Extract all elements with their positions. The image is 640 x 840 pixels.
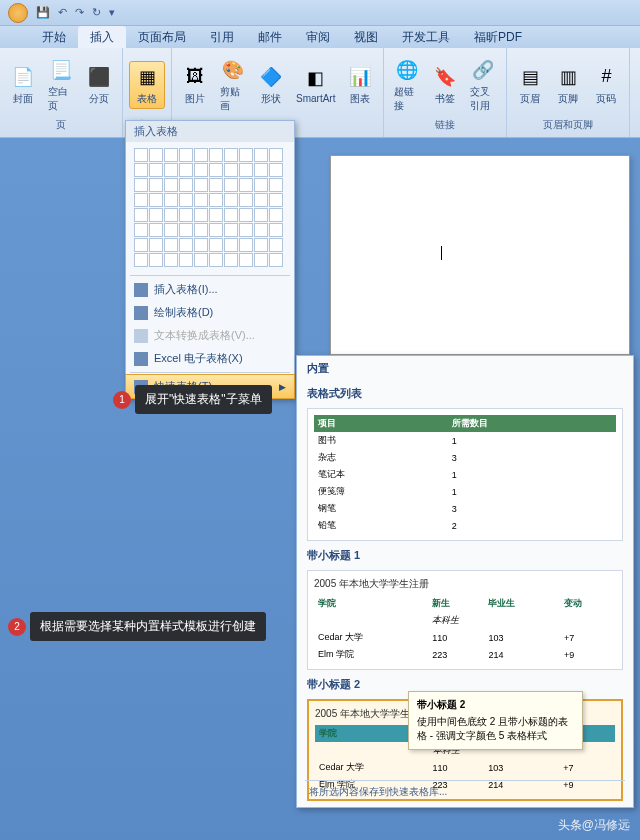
tab-foxit[interactable]: 福昕PDF — [462, 26, 534, 48]
draw-table-item[interactable]: 绘制表格(D) — [126, 301, 294, 324]
page-break-button[interactable]: ⬛分页 — [82, 62, 116, 108]
picture-button[interactable]: 🖼图片 — [178, 62, 212, 108]
convert-text-item[interactable]: 文本转换成表格(V)... — [126, 324, 294, 347]
document-page[interactable] — [330, 155, 630, 355]
chevron-right-icon: ▶ — [279, 382, 286, 392]
tab-mailings[interactable]: 邮件 — [246, 26, 294, 48]
ribbon: 📄封面 📃空白页 ⬛分页 页 ▦表格 表格 🖼图片 🎨剪贴画 🔷形状 ◧Smar… — [0, 48, 640, 138]
excel-icon — [134, 352, 148, 366]
office-button[interactable] — [8, 3, 28, 23]
preview-title: 表格式列表 — [297, 381, 633, 406]
preview-title: 带小标题 1 — [297, 543, 633, 568]
watermark: 头条@冯修远 — [558, 817, 630, 834]
group-label: 页眉和页脚 — [513, 117, 623, 133]
smartart-button[interactable]: ◧SmartArt — [292, 63, 339, 106]
preview-title: 矩阵 — [297, 803, 633, 808]
table-icon: ▦ — [134, 64, 160, 90]
table-size-grid[interactable] — [126, 142, 294, 273]
group-label: 链接 — [390, 117, 500, 133]
bookmark-button[interactable]: 🔖书签 — [428, 62, 462, 108]
tooltip: 带小标题 2 使用中间色底纹 2 且带小标题的表格 - 强调文字颜色 5 表格样… — [408, 691, 583, 750]
convert-icon — [134, 329, 148, 343]
shapes-button[interactable]: 🔷形状 — [254, 62, 288, 108]
crossref-button[interactable]: 🔗交叉引用 — [466, 55, 500, 115]
pagenum-icon: # — [593, 64, 619, 90]
pagenum-button[interactable]: #页码 — [589, 62, 623, 108]
group-label: 页 — [6, 117, 116, 133]
excel-table-item[interactable]: Excel 电子表格(X) — [126, 347, 294, 370]
group-links: 🌐超链接 🔖书签 🔗交叉引用 链接 — [384, 48, 507, 137]
textbox-button[interactable]: A文本框 — [636, 58, 640, 112]
annotation-1: 1 展开"快速表格"子菜单 — [135, 385, 272, 414]
redo-icon[interactable]: ↷ — [75, 6, 84, 19]
picture-icon: 🖼 — [182, 64, 208, 90]
shapes-icon: 🔷 — [258, 64, 284, 90]
pencil-icon — [134, 306, 148, 320]
tab-developer[interactable]: 开发工具 — [390, 26, 462, 48]
undo-icon[interactable]: ↶ — [58, 6, 67, 19]
gallery-item-subtitle1[interactable]: 2005 年本地大学学生注册 学院新生毕业生变动 本科生 Cedar 大学110… — [307, 570, 623, 670]
print-icon[interactable]: ↻ — [92, 6, 101, 19]
grid-icon — [134, 283, 148, 297]
blank-icon: 📃 — [48, 57, 74, 83]
footer-button[interactable]: ▥页脚 — [551, 62, 585, 108]
group-label: 文 — [636, 117, 640, 133]
footer-icon: ▥ — [555, 64, 581, 90]
header-button[interactable]: ▤页眉 — [513, 62, 547, 108]
tab-home[interactable]: 开始 — [30, 26, 78, 48]
tab-insert[interactable]: 插入 — [78, 26, 126, 48]
tab-review[interactable]: 审阅 — [294, 26, 342, 48]
tab-layout[interactable]: 页面布局 — [126, 26, 198, 48]
hyperlink-icon: 🌐 — [394, 57, 420, 83]
group-headerfooter: ▤页眉 ▥页脚 #页码 页眉和页脚 — [507, 48, 630, 137]
quick-access-toolbar: 💾 ↶ ↷ ↻ ▾ — [0, 0, 640, 26]
separator — [130, 275, 290, 276]
annotation-badge: 1 — [113, 391, 131, 409]
separator — [130, 372, 290, 373]
save-to-gallery-item[interactable]: 将所选内容保存到快速表格库... — [305, 780, 625, 803]
text-cursor — [441, 246, 442, 260]
annotation-badge: 2 — [8, 618, 26, 636]
blank-page-button[interactable]: 📃空白页 — [44, 55, 78, 115]
preview-caption: 2005 年本地大学学生注册 — [314, 577, 616, 591]
annotation-2: 2 根据需要选择某种内置样式模板进行创建 — [30, 612, 266, 641]
bookmark-icon: 🔖 — [432, 64, 458, 90]
group-pages: 📄封面 📃空白页 ⬛分页 页 — [0, 48, 123, 137]
ribbon-tabs: 开始 插入 页面布局 引用 邮件 审阅 视图 开发工具 福昕PDF — [0, 26, 640, 48]
table-dropdown: 插入表格 插入表格(I)... 绘制表格(D) 文本转换成表格(V)... Ex… — [125, 120, 295, 399]
clipart-button[interactable]: 🎨剪贴画 — [216, 55, 250, 115]
gallery-section-builtin: 内置 — [297, 356, 633, 381]
cover-page-button[interactable]: 📄封面 — [6, 62, 40, 108]
save-icon[interactable]: 💾 — [36, 6, 50, 19]
group-text: A文本框 🅰文 文 — [630, 48, 640, 137]
crossref-icon: 🔗 — [470, 57, 496, 83]
chart-icon: 📊 — [347, 64, 373, 90]
header-icon: ▤ — [517, 64, 543, 90]
tab-view[interactable]: 视图 — [342, 26, 390, 48]
insert-table-item[interactable]: 插入表格(I)... — [126, 278, 294, 301]
tab-references[interactable]: 引用 — [198, 26, 246, 48]
cover-icon: 📄 — [10, 64, 36, 90]
hyperlink-button[interactable]: 🌐超链接 — [390, 55, 424, 115]
table-button[interactable]: ▦表格 — [129, 61, 165, 109]
smartart-icon: ◧ — [303, 65, 329, 91]
dropdown-title: 插入表格 — [126, 121, 294, 142]
clipart-icon: 🎨 — [220, 57, 246, 83]
tooltip-title: 带小标题 2 — [417, 698, 574, 712]
preview-table: 学院新生毕业生变动 本科生 Cedar 大学110103+7 Elm 学院223… — [314, 595, 616, 663]
break-icon: ⬛ — [86, 64, 112, 90]
gallery-item-list[interactable]: 项目所需数目 图书1 杂志3 笔记本1 便笺簿1 钢笔3 铅笔2 — [307, 408, 623, 541]
more-icon[interactable]: ▾ — [109, 6, 115, 19]
chart-button[interactable]: 📊图表 — [343, 62, 377, 108]
tooltip-body: 使用中间色底纹 2 且带小标题的表格 - 强调文字颜色 5 表格样式 — [417, 715, 574, 743]
preview-table: 项目所需数目 图书1 杂志3 笔记本1 便笺簿1 钢笔3 铅笔2 — [314, 415, 616, 534]
